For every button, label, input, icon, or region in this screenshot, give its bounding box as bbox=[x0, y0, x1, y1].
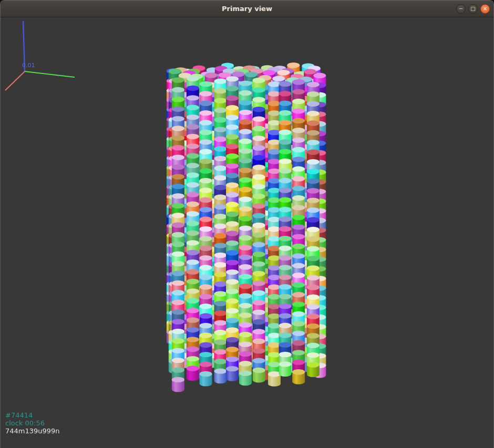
maximize-icon: □ bbox=[470, 6, 475, 12]
minimize-button[interactable]: − bbox=[456, 4, 466, 14]
axes-scale-label: 0.01 bbox=[22, 62, 35, 69]
maximize-button[interactable]: □ bbox=[468, 4, 478, 14]
minimize-icon: − bbox=[459, 6, 463, 12]
hud-clock: clock 00:56 bbox=[5, 419, 60, 427]
primary-view-window: Primary view − □ × 0.01 #74414 clock 00:… bbox=[0, 0, 494, 448]
window-controls: − □ × bbox=[456, 1, 490, 17]
scene-canvas[interactable] bbox=[1, 17, 493, 448]
hud-sim-time: 744m139u999n bbox=[5, 427, 60, 435]
hud-overlay: #74414 clock 00:56 744m139u999n bbox=[5, 411, 60, 435]
titlebar[interactable]: Primary view − □ × bbox=[1, 1, 493, 17]
close-icon: × bbox=[483, 6, 487, 12]
viewport: 0.01 #74414 clock 00:56 744m139u999n bbox=[1, 17, 493, 448]
window-title: Primary view bbox=[222, 5, 272, 13]
close-button[interactable]: × bbox=[480, 4, 490, 14]
hud-frame-counter: #74414 bbox=[5, 411, 60, 419]
